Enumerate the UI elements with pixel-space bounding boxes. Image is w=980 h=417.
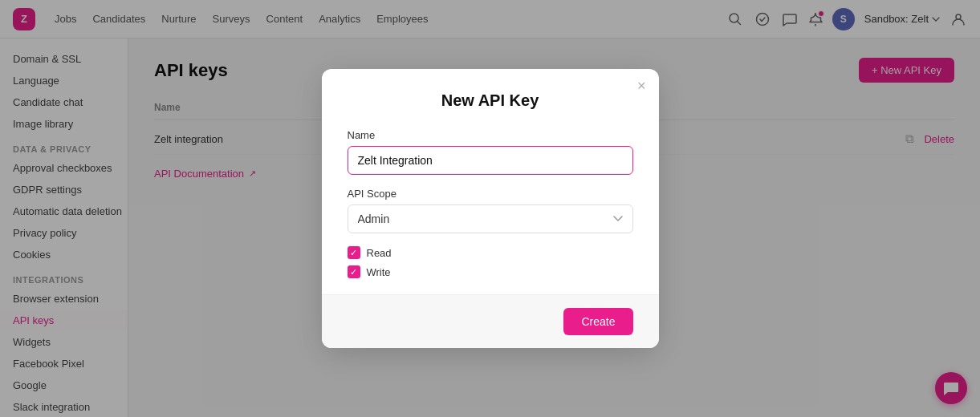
modal-overlay[interactable]: × New API Key Name API Scope Admin Read … xyxy=(0,0,980,417)
read-checkbox-row: ✓ Read xyxy=(348,246,633,259)
read-checkbox[interactable]: ✓ xyxy=(348,246,360,259)
write-label: Write xyxy=(367,266,391,278)
permissions-group: ✓ Read ✓ Write xyxy=(348,246,633,278)
scope-select[interactable]: Admin Read Only xyxy=(348,204,633,233)
modal-footer: Create xyxy=(322,294,659,348)
create-button[interactable]: Create xyxy=(563,308,632,335)
name-input[interactable] xyxy=(348,146,633,175)
scope-field-group: API Scope Admin Read Only xyxy=(348,188,633,233)
name-label: Name xyxy=(348,129,633,141)
scope-label: API Scope xyxy=(348,188,633,200)
write-checkbox-row: ✓ Write xyxy=(348,265,633,278)
scope-select-wrapper: Admin Read Only xyxy=(348,204,633,233)
new-api-key-modal: × New API Key Name API Scope Admin Read … xyxy=(322,69,659,348)
modal-body: New API Key Name API Scope Admin Read On… xyxy=(322,69,659,278)
name-field-group: Name xyxy=(348,129,633,175)
modal-title: New API Key xyxy=(348,91,633,110)
read-label: Read xyxy=(367,247,392,259)
modal-close-button[interactable]: × xyxy=(637,79,646,93)
write-checkbox[interactable]: ✓ xyxy=(348,265,360,278)
